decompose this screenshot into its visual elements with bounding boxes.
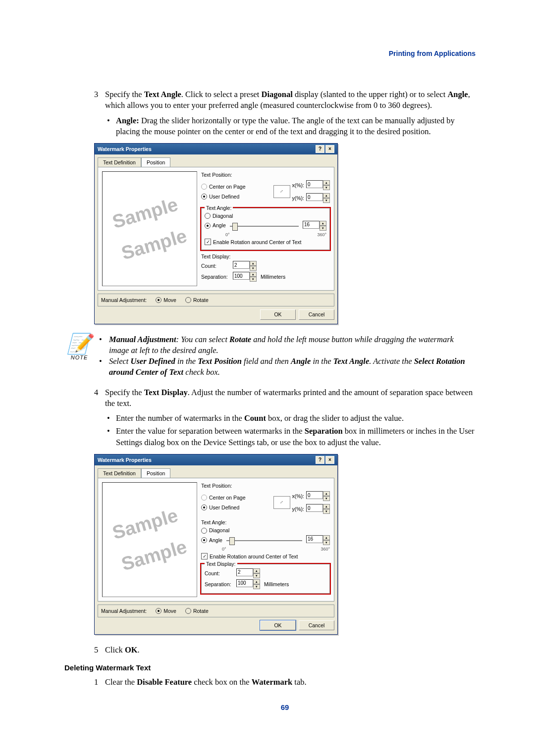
note-icon: 📝 (64, 334, 94, 354)
tab-text-definition[interactable]: Text Definition (98, 157, 141, 167)
y-input[interactable] (306, 504, 323, 512)
help-button[interactable]: ? (316, 145, 324, 153)
t: Click (105, 645, 125, 655)
step-number: 4 (94, 387, 105, 409)
radio-move[interactable] (156, 297, 161, 303)
radio-user-defined[interactable] (201, 194, 207, 200)
tab-position[interactable]: Position (141, 157, 170, 167)
t: Angle (291, 356, 311, 366)
lbl: Text Display: (205, 560, 237, 567)
angle-input[interactable] (306, 535, 323, 543)
titlebar: Watermark Properties ? × (95, 144, 337, 154)
watermark-dialog-1: Watermark Properties ? × Text Definition… (94, 143, 338, 324)
lbl: Manual Adjustment: (101, 607, 147, 614)
lbl: Center on Page (209, 494, 246, 501)
sep-down[interactable]: ▾ (253, 584, 260, 589)
step-4: 4 Specify the Text Display. Adjust the n… (94, 387, 476, 409)
x-down[interactable]: ▾ (323, 496, 330, 501)
lbl: Millimeters (264, 581, 289, 588)
sep-input[interactable] (236, 579, 253, 587)
radio-center[interactable] (201, 184, 207, 190)
t: box, or drag the slider to adjust the va… (266, 413, 404, 423)
cancel-button[interactable]: Cancel (299, 309, 334, 319)
radio-diagonal[interactable] (205, 213, 211, 219)
y-up[interactable]: ▴ (323, 193, 330, 198)
t: : You can select (176, 335, 230, 344)
radio-diagonal[interactable] (201, 528, 207, 534)
ok-button[interactable]: OK (260, 309, 296, 319)
lbl: Rotate (193, 297, 209, 303)
x-up[interactable]: ▴ (323, 491, 330, 496)
angle-input[interactable] (303, 221, 320, 229)
sep-up[interactable]: ▴ (253, 579, 260, 584)
sep-input[interactable] (233, 272, 250, 280)
lbl: Manual Adjustment: (101, 297, 147, 303)
radio-rotate[interactable] (185, 297, 191, 303)
sep-down[interactable]: ▾ (250, 277, 257, 282)
angle-up[interactable]: ▴ (320, 221, 326, 226)
angle-down[interactable]: ▾ (323, 540, 330, 545)
y-down[interactable]: ▾ (323, 509, 330, 514)
close-button[interactable]: × (325, 145, 334, 153)
count-down[interactable]: ▾ (253, 573, 260, 578)
enable-rotation-checkbox[interactable] (201, 553, 208, 559)
y-input[interactable] (306, 193, 323, 201)
step-number: 1 (94, 677, 105, 688)
text-display-group: Text Display: Count:▴▾ Separation:▴▾Mill… (201, 564, 330, 594)
help-button[interactable]: ? (316, 456, 324, 464)
x-down[interactable]: ▾ (323, 185, 330, 190)
lbl: Separation: (201, 273, 231, 280)
angle-slider[interactable] (228, 221, 301, 230)
xy-icon: ⤢ (273, 496, 290, 509)
watermark-preview[interactable]: SampleSample (102, 171, 197, 286)
lbl: Count: (201, 262, 231, 269)
bullet-dot (107, 115, 116, 138)
radio-move[interactable] (156, 608, 161, 614)
cancel-button[interactable]: Cancel (299, 620, 334, 630)
close-button[interactable]: × (325, 456, 334, 464)
watermark-preview[interactable]: SampleSample (102, 482, 197, 597)
t: Drag the slider horizontally or type the… (116, 116, 455, 136)
step-number: 5 (94, 645, 105, 655)
watermark-dialog-2: Watermark Properties ? × Text Definition… (94, 454, 338, 635)
x-input[interactable] (306, 491, 323, 499)
t: Text Position (198, 356, 242, 366)
count-down[interactable]: ▾ (250, 266, 257, 271)
count-up[interactable]: ▴ (253, 568, 260, 573)
t: in the (175, 356, 198, 366)
angle-down[interactable]: ▾ (320, 226, 326, 231)
t: Text Display (144, 388, 188, 397)
tick: 0° (222, 546, 226, 552)
ok-button[interactable]: OK (260, 620, 296, 630)
y-down[interactable]: ▾ (323, 198, 330, 203)
lbl: Diagonal (213, 212, 233, 219)
lbl: Separation: (205, 581, 234, 588)
y-up[interactable]: ▴ (323, 504, 330, 509)
t: Rotate (229, 335, 251, 344)
lbl: Diagonal (209, 527, 229, 534)
radio-center[interactable] (201, 495, 207, 501)
enable-rotation-checkbox[interactable] (205, 239, 211, 245)
t: OK (125, 645, 138, 655)
count-input[interactable] (236, 568, 253, 576)
tab-text-definition[interactable]: Text Definition (98, 468, 141, 478)
angle-up[interactable]: ▴ (323, 535, 330, 540)
radio-rotate[interactable] (185, 608, 191, 614)
count-input[interactable] (233, 261, 250, 269)
page-number: 69 (94, 703, 476, 712)
count-up[interactable]: ▴ (250, 261, 257, 266)
radio-user-defined[interactable] (201, 504, 207, 510)
angle-slider[interactable] (224, 536, 304, 545)
header-link[interactable]: Printing from Applications (389, 50, 476, 57)
radio-angle[interactable] (201, 537, 207, 543)
t: Disable Feature (137, 677, 192, 687)
lbl: y(%): (292, 505, 305, 512)
sep-up[interactable]: ▴ (250, 272, 257, 277)
x-up[interactable]: ▴ (323, 180, 330, 185)
radio-angle[interactable] (205, 223, 211, 229)
tab-position[interactable]: Position (141, 468, 170, 478)
x-input[interactable] (306, 180, 323, 188)
t: . Activate the (369, 356, 414, 366)
step-number: 3 (94, 89, 105, 111)
t: check box. (183, 367, 220, 377)
